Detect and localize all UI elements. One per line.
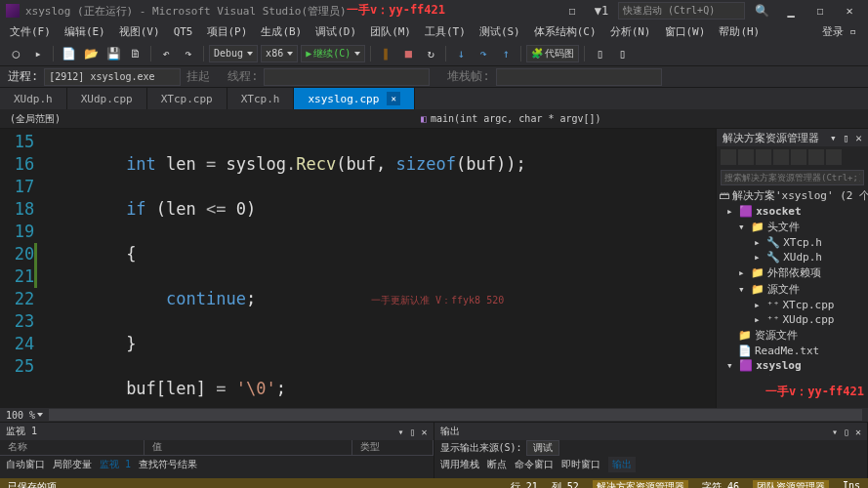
step-out-button[interactable]: ↑ xyxy=(496,44,516,63)
status-tab-team[interactable]: 团队资源管理器 xyxy=(753,480,829,488)
subtab-locals[interactable]: 局部变量 xyxy=(53,458,92,471)
bottom-panels: 监视 1▾ ▯ ✕ 名称 值 类型 自动窗口 局部变量 监视 1 查找符号结果 … xyxy=(0,422,868,478)
nav-fwd-button[interactable]: ▸ xyxy=(28,44,48,63)
menubar: 文件(F) 编辑(E) 视图(V) QT5 项目(P) 生成(B) 调试(D) … xyxy=(0,21,868,41)
quick-launch-input[interactable]: 快速启动 (Ctrl+Q) xyxy=(618,2,745,20)
file-xtcp-cpp[interactable]: ▸ ⁺⁺ XTcp.cpp xyxy=(717,298,868,312)
solution-toolbar[interactable] xyxy=(717,146,868,168)
watermark-anno: 一手更新认准 V：ffyk8 520 xyxy=(371,289,504,311)
tab-xtcp-cpp[interactable]: XTcp.cpp xyxy=(147,88,227,109)
output-panel: 输出▾ ▯ ✕ 显示输出来源(S): 调试 调用堆栈 断点 命令窗口 即时窗口 … xyxy=(434,423,869,478)
open-file-button[interactable]: 📂 xyxy=(81,44,101,63)
tool-misc1[interactable]: ▯ xyxy=(590,44,609,63)
solution-tree[interactable]: 🗃 解决方案'xsyslog' (2 个项目) ▸ 🟪 xsocket ▾ 📁 … xyxy=(717,187,868,376)
undo-button[interactable]: ↶ xyxy=(156,44,176,63)
subtab-immediate[interactable]: 即时窗口 xyxy=(561,458,600,471)
editor-tabs: XUdp.h XUdp.cpp XTcp.cpp XTcp.h xsyslog.… xyxy=(0,88,868,109)
tab-xsyslog-cpp[interactable]: xsyslog.cpp✕ xyxy=(294,88,415,109)
function-combo[interactable]: ◧ main(int argc, char * argv[]) xyxy=(421,113,862,124)
search-icon[interactable]: 🔍 xyxy=(749,2,774,20)
status-ins: Ins xyxy=(843,480,860,488)
project-xsyslog[interactable]: ▾ 🟪 xsyslog xyxy=(717,358,868,373)
pause-button[interactable]: ∥ xyxy=(376,44,395,63)
menu-view[interactable]: 视图(V) xyxy=(113,22,166,41)
folder-sources[interactable]: ▾ 📁 源文件 xyxy=(717,281,868,298)
watch-title: 监视 1 xyxy=(6,425,37,438)
redo-button[interactable]: ↷ xyxy=(179,44,198,63)
file-xudp-h[interactable]: ▸ 🔧 XUdp.h xyxy=(717,250,868,264)
thread-label: 线程: xyxy=(227,68,258,85)
horizontal-scrollbar[interactable] xyxy=(49,409,862,421)
solution-node[interactable]: 🗃 解决方案'xsyslog' (2 个项目) xyxy=(717,187,868,204)
close-button[interactable]: ✕ xyxy=(837,2,862,20)
panel-controls[interactable]: ▾ ▯ ✕ xyxy=(832,427,861,437)
panel-controls[interactable]: ▾ ▯ ✕ xyxy=(397,427,427,437)
stackframe-label: 堆栈帧: xyxy=(447,68,489,85)
subtab-callstack[interactable]: 调用堆栈 xyxy=(440,458,479,471)
maximize-button[interactable]: ☐ xyxy=(807,2,833,20)
menu-file[interactable]: 文件(F) xyxy=(4,22,57,41)
restart-button[interactable]: ↻ xyxy=(421,44,440,63)
code-editor[interactable]: 15 16 17 18 19 20 21 22 23 24 25 int len… xyxy=(0,129,716,408)
menu-project[interactable]: 项目(P) xyxy=(201,22,254,41)
login-button[interactable]: 登录 ▫ xyxy=(822,24,864,39)
folder-extdep[interactable]: ▸ 📁 外部依赖项 xyxy=(717,264,868,281)
codemap-button[interactable]: 🧩 代码图 xyxy=(526,45,579,62)
zoom-level[interactable]: 100 % xyxy=(6,410,35,421)
subtab-watch1[interactable]: 监视 1 xyxy=(100,458,131,471)
stop-button[interactable]: ■ xyxy=(398,44,418,63)
output-src-combo[interactable]: 调试 xyxy=(526,440,559,456)
config-combo[interactable]: Debug xyxy=(209,45,258,62)
tab-xudp-cpp[interactable]: XUdp.cpp xyxy=(67,88,147,109)
tab-xtcp-h[interactable]: XTcp.h xyxy=(227,88,295,109)
nav-back-button[interactable]: ◯ xyxy=(6,44,25,63)
solution-explorer: 解决方案资源管理器▾ ▯ ✕ 🗃 解决方案'xsyslog' (2 个项目) ▸… xyxy=(716,129,868,408)
folder-resources[interactable]: 📁 资源文件 xyxy=(717,327,868,344)
menu-edit[interactable]: 编辑(E) xyxy=(59,22,111,41)
menu-help[interactable]: 帮助(H) xyxy=(713,22,765,41)
close-icon[interactable]: ✕ xyxy=(387,92,400,105)
notification-icon[interactable]: ☐ xyxy=(559,2,585,20)
file-readme[interactable]: 📄 ReadMe.txt xyxy=(717,344,868,358)
menu-test[interactable]: 测试(S) xyxy=(474,22,526,41)
menu-analyze[interactable]: 分析(N) xyxy=(604,22,657,41)
menu-window[interactable]: 窗口(W) xyxy=(659,22,712,41)
menu-tools[interactable]: 工具(T) xyxy=(419,22,472,41)
minimize-button[interactable]: ▁ xyxy=(778,2,804,20)
stackframe-combo[interactable] xyxy=(496,68,662,86)
new-file-button[interactable]: 📄 xyxy=(59,44,78,63)
menu-team[interactable]: 团队(M) xyxy=(364,22,417,41)
save-all-button[interactable]: 🗎 xyxy=(126,44,145,63)
status-tab-sln[interactable]: 解决方案资源管理器 xyxy=(593,480,688,488)
menu-qt5[interactable]: QT5 xyxy=(168,23,199,40)
subtab-breakpoints[interactable]: 断点 xyxy=(487,458,507,471)
solution-search-input[interactable] xyxy=(721,170,864,185)
panel-controls[interactable]: ▾ ▯ ✕ xyxy=(830,132,862,144)
line-number-gutter: 15 16 17 18 19 20 21 22 23 24 25 xyxy=(0,129,46,408)
titlebar: xsyslog (正在运行) - Microsoft Visual Studio… xyxy=(0,0,868,21)
platform-combo[interactable]: x86 xyxy=(261,45,298,62)
process-combo[interactable]: [2912] xsyslog.exe xyxy=(44,68,181,86)
step-into-button[interactable]: ↓ xyxy=(451,44,471,63)
subtab-command[interactable]: 命令窗口 xyxy=(515,458,554,471)
folder-headers[interactable]: ▾ 📁 头文件 xyxy=(717,219,868,235)
subtab-findsym[interactable]: 查找符号结果 xyxy=(139,458,197,471)
tab-xudp-h[interactable]: XUdp.h xyxy=(0,88,67,109)
subtab-autos[interactable]: 自动窗口 xyxy=(6,458,45,471)
project-xsocket[interactable]: ▸ 🟪 xsocket xyxy=(717,204,868,219)
menu-arch[interactable]: 体系结构(C) xyxy=(528,22,602,41)
step-over-button[interactable]: ↷ xyxy=(474,44,493,63)
menu-debug[interactable]: 调试(D) xyxy=(310,22,362,41)
save-button[interactable]: 💾 xyxy=(103,44,123,63)
menu-build[interactable]: 生成(B) xyxy=(255,22,308,41)
scope-combo[interactable]: (全局范围) xyxy=(6,112,421,126)
thread-combo[interactable] xyxy=(264,68,430,86)
tool-misc2[interactable]: ▯ xyxy=(612,44,632,63)
suspend-label: 挂起 xyxy=(186,68,210,85)
file-xudp-cpp[interactable]: ▸ ⁺⁺ XUdp.cpp xyxy=(717,312,868,327)
subtab-output[interactable]: 输出 xyxy=(608,457,636,472)
file-xtcp-h[interactable]: ▸ 🔧 XTcp.h xyxy=(717,235,868,250)
code-text[interactable]: int len = syslog.Recv(buf, sizeof(buf));… xyxy=(46,129,716,408)
continue-button[interactable]: ▶ 继续(C) xyxy=(301,45,365,62)
flag-icon[interactable]: ▼1 xyxy=(589,2,614,20)
